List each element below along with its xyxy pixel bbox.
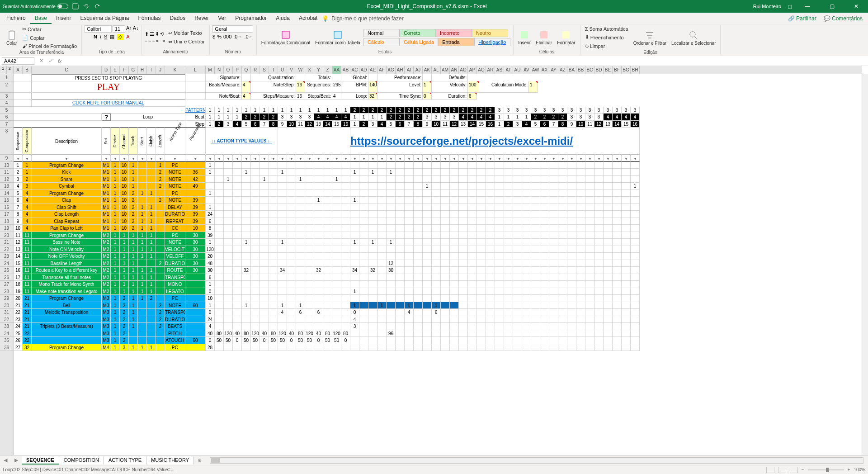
row-header-36[interactable]: 36 bbox=[0, 344, 13, 351]
insert-cells-button[interactable]: Inserir bbox=[516, 28, 533, 46]
col-header-Z[interactable]: Z bbox=[323, 66, 332, 74]
cancel-formula-icon[interactable]: ✕ bbox=[36, 58, 46, 64]
col-header-AI[interactable]: AI bbox=[405, 66, 414, 74]
row-header-19[interactable]: 19 bbox=[0, 225, 13, 232]
row-header-3[interactable]: 3 bbox=[0, 93, 13, 100]
col-header-L[interactable]: L bbox=[185, 66, 206, 74]
autosum-button[interactable]: Σ Soma Automática bbox=[583, 25, 630, 33]
orientation-icon[interactable]: ⟲ bbox=[160, 31, 164, 37]
row-header-35[interactable]: 35 bbox=[0, 337, 13, 344]
comments-button[interactable]: 💬 Comentários bbox=[820, 15, 866, 22]
project-url-link[interactable]: https://sourceforge.net/projects/excel-m… bbox=[350, 128, 640, 155]
tab-ajuda[interactable]: Ajuda bbox=[271, 13, 294, 24]
decrease-font-icon[interactable]: A↓ bbox=[133, 25, 139, 33]
col-header-BA[interactable]: BA bbox=[567, 66, 576, 74]
row-header-26[interactable]: 26 bbox=[0, 274, 13, 281]
row-header-12[interactable]: 12 bbox=[0, 176, 13, 183]
align-top-icon[interactable]: ⬆ bbox=[145, 31, 149, 37]
tab-fórmulas[interactable]: Fórmulas bbox=[133, 13, 165, 24]
style-calculo[interactable]: Cálculo bbox=[363, 38, 400, 46]
style-incorreto[interactable]: Incorreto bbox=[436, 29, 472, 37]
col-header-J[interactable]: J bbox=[156, 66, 165, 74]
row-header-22[interactable]: 22 bbox=[0, 246, 13, 253]
row-header-30[interactable]: 30 bbox=[0, 302, 13, 309]
col-header-AK[interactable]: AK bbox=[423, 66, 432, 74]
col-header-X[interactable]: X bbox=[305, 66, 314, 74]
tab-esquema da página[interactable]: Esquema da Página bbox=[75, 13, 133, 24]
row-header-20[interactable]: 20 bbox=[0, 232, 13, 239]
close-button[interactable]: ✕ bbox=[847, 3, 865, 9]
row-header-27[interactable]: 27 bbox=[0, 281, 13, 288]
play-button[interactable]: PLAY bbox=[32, 81, 185, 93]
col-header-T[interactable]: T bbox=[269, 66, 278, 74]
col-header-P[interactable]: P bbox=[233, 66, 242, 74]
col-header-AW[interactable]: AW bbox=[531, 66, 540, 74]
col-header-Y[interactable]: Y bbox=[314, 66, 323, 74]
row-header-18[interactable]: 18 bbox=[0, 218, 13, 225]
col-header-AO[interactable]: AO bbox=[459, 66, 468, 74]
align-center-icon[interactable]: ≡ bbox=[148, 38, 151, 44]
row-header-8[interactable]: 8 bbox=[0, 128, 13, 155]
maximize-button[interactable]: ▢ bbox=[823, 3, 841, 9]
style-normal[interactable]: Normal bbox=[363, 29, 400, 37]
font-size[interactable]: 11 bbox=[113, 25, 125, 33]
font-name[interactable]: Calibri bbox=[85, 25, 112, 33]
row-header-1[interactable]: 1 bbox=[0, 74, 13, 81]
paste-button[interactable]: Colar bbox=[5, 29, 19, 47]
format-cells-button[interactable]: Formatar bbox=[555, 28, 577, 46]
col-header-F[interactable]: F bbox=[120, 66, 129, 74]
sheet-tab-action-type[interactable]: ACTION TYPE bbox=[104, 456, 146, 465]
row-header-9[interactable]: 9 bbox=[0, 155, 13, 162]
formula-input[interactable] bbox=[65, 58, 868, 64]
number-format[interactable]: Geral bbox=[212, 25, 253, 33]
row-header-34[interactable]: 34 bbox=[0, 330, 13, 337]
align-bot-icon[interactable]: ⬇ bbox=[155, 31, 159, 37]
share-button[interactable]: 🔗 Partilhar bbox=[784, 15, 820, 22]
row-header-14[interactable]: 14 bbox=[0, 190, 13, 197]
save-icon[interactable] bbox=[72, 3, 79, 10]
row-header-10[interactable]: 10 bbox=[0, 162, 13, 169]
merge-center-button[interactable]: ⇔ Unir e Centrar bbox=[166, 38, 207, 46]
col-header-BC[interactable]: BC bbox=[585, 66, 594, 74]
row-header-7[interactable]: 7 bbox=[0, 121, 13, 128]
align-right-icon[interactable]: ≡ bbox=[152, 38, 155, 44]
border-button[interactable]: ▦ bbox=[110, 34, 114, 40]
row-header-23[interactable]: 23 bbox=[0, 253, 13, 260]
sheet-tab-sequence[interactable]: SEQUENCE bbox=[22, 456, 59, 465]
copy-button[interactable]: 📄 Copiar bbox=[20, 34, 79, 42]
col-header-W[interactable]: W bbox=[296, 66, 305, 74]
user-manual-link[interactable]: CLICK HERE FOR USER MANUAL bbox=[32, 100, 185, 107]
col-header-AR[interactable]: AR bbox=[486, 66, 495, 74]
increase-font-icon[interactable]: A↑ bbox=[126, 25, 132, 33]
page-break-button[interactable] bbox=[790, 467, 798, 473]
col-header-AD[interactable]: AD bbox=[359, 66, 368, 74]
style-hiper[interactable]: Hiperligação bbox=[474, 38, 510, 46]
row-header-2[interactable]: 2 bbox=[0, 81, 13, 93]
col-header-AT[interactable]: AT bbox=[504, 66, 513, 74]
col-header-AJ[interactable]: AJ bbox=[414, 66, 423, 74]
style-celula[interactable]: Célula Ligada bbox=[400, 38, 438, 46]
sheet-nav-prev[interactable]: ◀ bbox=[0, 457, 11, 463]
sheet-nav-next[interactable]: ▶ bbox=[11, 457, 22, 463]
col-header-B[interactable]: B bbox=[23, 66, 32, 74]
col-header-AY[interactable]: AY bbox=[549, 66, 558, 74]
page-layout-button[interactable] bbox=[778, 467, 786, 473]
normal-view-button[interactable] bbox=[766, 467, 774, 473]
col-header-AP[interactable]: AP bbox=[468, 66, 477, 74]
col-header-AF[interactable]: AF bbox=[377, 66, 387, 74]
tell-me[interactable]: 💡 Diga-me o que pretende fazer bbox=[322, 15, 403, 22]
currency-icon[interactable]: $ bbox=[212, 34, 215, 39]
row-header-17[interactable]: 17 bbox=[0, 211, 13, 218]
col-header-C[interactable]: C bbox=[32, 66, 102, 74]
zoom-out-button[interactable]: − bbox=[802, 467, 804, 472]
font-color-button[interactable]: A bbox=[126, 34, 129, 40]
grid[interactable]: 12 ABCDEFGHIJKLMNOPQRSTUVWXYZAAABACADAEA… bbox=[0, 66, 868, 455]
col-header-K[interactable]: K bbox=[165, 66, 185, 74]
decimal-inc-icon[interactable]: .0→ bbox=[233, 34, 242, 39]
col-header-AQ[interactable]: AQ bbox=[477, 66, 486, 74]
tab-dados[interactable]: Dados bbox=[165, 13, 190, 24]
tab-programador[interactable]: Programador bbox=[231, 13, 271, 24]
col-header-I[interactable]: I bbox=[147, 66, 156, 74]
col-header-AC[interactable]: AC bbox=[350, 66, 359, 74]
tab-ver[interactable]: Ver bbox=[213, 13, 231, 24]
